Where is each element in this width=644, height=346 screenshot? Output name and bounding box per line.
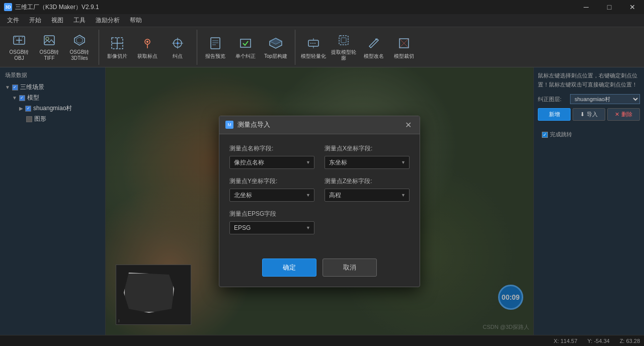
epsg-field-select[interactable]: EPSG — [229, 221, 314, 234]
tree-arrow-model: ▼ — [12, 95, 17, 101]
coord-z: Z: 63.28 — [620, 338, 640, 344]
right-panel-hint: 鼠标左键选择刺点位置，右键确定刺点位置！鼠标左键双击可直接确定刺点位置！ — [538, 71, 640, 89]
dialog-field-z: 测量点Z坐标字段: 高程 — [325, 177, 410, 202]
toolbar: OSGB转OBJ OSGB转TIFF OSGB转3DTiles 影像切片 — [0, 27, 644, 67]
dialog-field-x: 测量点X坐标字段: 东坐标 — [325, 144, 410, 169]
delete-button[interactable]: ✕ 删除 — [607, 108, 640, 121]
toolbar-osgb-3dtiles[interactable]: OSGB转3DTiles — [64, 31, 95, 63]
menubar: 文件 开始 视图 工具 激励分析 帮助 — [0, 14, 644, 27]
osgb-tiff-label: OSGB转TIFF — [35, 49, 63, 61]
right-panel: 鼠标左键选择刺点位置，右键确定刺点位置！鼠标左键双击可直接确定刺点位置！ 纠正图… — [533, 67, 644, 335]
tree-item-model[interactable]: ▼ ✓ 模型 — [10, 93, 102, 103]
epsg-field-label: 测量点EPSG字段 — [229, 210, 314, 218]
toolbar-report[interactable]: 报告预览 — [200, 31, 230, 63]
toolbar-top-build[interactable]: Top层构建 — [261, 31, 291, 63]
x-field-wrapper: 东坐标 — [325, 156, 410, 169]
cancel-button[interactable]: 取消 — [323, 258, 377, 277]
layer-row: 纠正图层: shuangmiao村 — [538, 94, 640, 104]
tree-checkbox-model[interactable]: ✓ — [19, 95, 25, 101]
y-field-select[interactable]: 北坐标 — [229, 189, 314, 202]
correction-icon — [170, 35, 186, 51]
import-button[interactable]: ⬇ 导入 — [573, 108, 605, 121]
tree-label-scene: 三维场景 — [20, 83, 44, 92]
toolbar-correction[interactable]: 纠点 — [163, 31, 193, 63]
complete-row: ✓ 完成跳转 — [538, 121, 640, 139]
coords-bar: X: 114.57 Y: -54.34 Z: 63.28 — [0, 335, 644, 346]
svg-marker-3 — [74, 35, 85, 45]
menu-analysis[interactable]: 激励分析 — [91, 15, 125, 26]
svg-rect-22 — [339, 36, 348, 45]
model-extract-label: 提取模型轮廓 — [330, 49, 358, 61]
tree-arrow-shuangmiao: ▶ — [19, 106, 23, 111]
z-field-select[interactable]: 高程 — [325, 189, 410, 202]
img-cut-label: 影像切片 — [107, 53, 127, 59]
menu-start[interactable]: 开始 — [24, 15, 46, 26]
delete-icon: ✕ — [615, 111, 621, 117]
tree-checkbox-shuangmiao[interactable]: ✓ — [25, 106, 31, 112]
tree-item-shuangmiao[interactable]: ▶ ✓ shuangmiao村 — [17, 103, 102, 114]
coord-x: X: 114.57 — [554, 338, 578, 344]
dialog-title-label: 测量点导入 — [237, 120, 270, 129]
osgb-obj-icon — [11, 33, 27, 47]
model-optimize-icon — [305, 35, 321, 51]
confirm-button[interactable]: 确定 — [262, 258, 316, 277]
delete-label: 删除 — [621, 111, 632, 117]
model-crop-label: 模型裁切 — [394, 53, 414, 59]
tree-model-children: ▶ ✓ shuangmiao村 图形 — [17, 103, 102, 124]
toolbar-osgb-obj[interactable]: OSGB转OBJ — [4, 31, 34, 63]
report-icon — [207, 35, 223, 51]
app-icon: 3D — [4, 3, 12, 11]
tree-item-figure[interactable]: 图形 — [17, 114, 102, 124]
menu-help[interactable]: 帮助 — [125, 15, 147, 26]
model-modify-label: 模型改名 — [364, 53, 384, 59]
dialog-field-name: 测量点名称字段: 像控点名称 — [229, 144, 314, 169]
complete-checkbox[interactable]: ✓ — [542, 132, 548, 138]
dialog-field-empty — [325, 210, 410, 234]
import-label: 导入 — [587, 111, 598, 117]
menu-tools[interactable]: 工具 — [68, 15, 91, 26]
layer-select[interactable]: shuangmiao村 — [570, 94, 640, 104]
x-field-label: 测量点X坐标字段: — [325, 144, 410, 153]
toolbar-group-image: 影像切片 获取标点 纠点 — [102, 30, 197, 65]
toolbar-model-extract[interactable]: 提取模型轮廓 — [329, 31, 359, 63]
toolbar-osgb-tiff[interactable]: OSGB转TIFF — [34, 31, 64, 63]
tree-label-shuangmiao: shuangmiao村 — [33, 104, 72, 113]
toolbar-model-optimize[interactable]: 模型轻量化 — [298, 31, 329, 63]
name-field-select[interactable]: 像控点名称 — [229, 156, 314, 169]
x-field-select[interactable]: 东坐标 — [325, 156, 410, 169]
toolbar-get-mark[interactable]: 获取标点 — [132, 31, 163, 63]
model-extract-icon — [336, 33, 352, 47]
tree-checkbox-figure[interactable] — [26, 116, 32, 122]
add-button[interactable]: 新增 — [538, 108, 571, 121]
toolbar-img-cut[interactable]: 影像切片 — [102, 31, 132, 63]
single-correct-icon — [237, 35, 254, 51]
dialog-close-button[interactable]: ✕ — [403, 120, 414, 130]
minimize-button[interactable]: ─ — [575, 0, 598, 14]
map-area[interactable]: M 测量点导入 ✕ 测量点名称字段: 像控点名称 — [106, 67, 533, 335]
get-mark-icon — [139, 35, 155, 51]
toolbar-single-correct[interactable]: 单个纠正 — [230, 31, 261, 63]
dialog-field-epsg: 测量点EPSG字段 EPSG — [229, 210, 314, 234]
menu-view[interactable]: 视图 — [46, 15, 68, 26]
dialog-footer: 确定 取消 — [219, 252, 420, 287]
tree-checkbox-scene[interactable]: ✓ — [12, 84, 18, 91]
menu-file[interactable]: 文件 — [2, 15, 24, 26]
y-field-wrapper: 北坐标 — [229, 189, 314, 202]
restore-button[interactable]: □ — [598, 0, 621, 14]
toolbar-model-modify[interactable]: 模型改名 — [359, 31, 389, 63]
svg-point-2 — [46, 37, 49, 40]
close-button[interactable]: ✕ — [621, 0, 644, 14]
toolbar-model-crop[interactable]: 模型裁切 — [389, 31, 419, 63]
tree-label-model: 模型 — [27, 94, 39, 102]
dialog-field-y: 测量点Y坐标字段: 北坐标 — [229, 177, 314, 202]
single-correct-label: 单个纠正 — [235, 53, 256, 59]
svg-point-13 — [177, 42, 179, 44]
coord-y: Y: -54.34 — [588, 338, 610, 344]
tree-scene-children: ▼ ✓ 模型 ▶ ✓ shuangmiao村 图形 — [10, 93, 102, 124]
titlebar: 3D 三维工厂（K3D Maker）V2.9.1 ─ □ ✕ — [0, 0, 644, 14]
tree-label-figure: 图形 — [34, 115, 46, 123]
img-cut-icon — [109, 35, 125, 51]
tree-item-scene[interactable]: ▼ ✓ 三维场景 — [3, 82, 102, 93]
app-title: 三维工厂（K3D Maker）V2.9.1 — [15, 3, 99, 12]
osgb-tiff-icon — [41, 33, 57, 47]
